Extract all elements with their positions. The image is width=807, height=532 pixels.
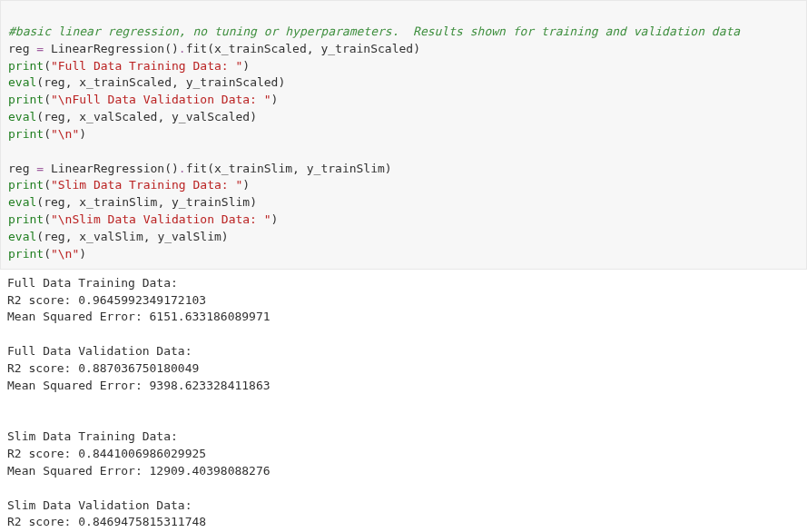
arg: x_trainSlim (79, 195, 157, 209)
comma: , (157, 110, 172, 123)
paren: ( (164, 42, 172, 55)
output-r2-label: R2 score: (7, 361, 78, 375)
output-mse-value: 12909.40398088276 (150, 464, 271, 478)
comma: , (65, 75, 80, 89)
output-mse-label: Mean Squared Error: (7, 379, 150, 392)
op-assign: = (29, 162, 50, 175)
builtin-eval: eval (8, 195, 36, 209)
method-fit: fit (186, 42, 207, 55)
arg: x_trainSlim (214, 162, 292, 175)
code-line: reg (8, 42, 29, 55)
paren: ( (207, 162, 214, 175)
builtin-print: print (8, 212, 44, 226)
arg: x_trainScaled (79, 75, 172, 89)
paren: ( (164, 162, 172, 175)
output-section-title: Full Data Training Data: (7, 276, 185, 290)
code-cell: #basic linear regression, no tuning or h… (0, 0, 807, 270)
paren: ( (44, 247, 51, 261)
output-r2-label: R2 score: (7, 447, 78, 460)
paren: ) (271, 93, 279, 106)
arg: reg (44, 230, 64, 243)
paren: ) (250, 110, 257, 123)
paren: ( (44, 59, 51, 73)
string-literal: "\n" (51, 247, 79, 261)
paren: ) (172, 42, 179, 55)
arg: y_valSlim (157, 230, 221, 243)
paren: ( (207, 42, 214, 55)
string-literal: "Slim Data Training Data: " (51, 178, 242, 192)
arg: y_trainSlim (172, 195, 250, 209)
arg: y_valScaled (172, 110, 250, 123)
output-r2-value: 0.8469475815311748 (78, 515, 206, 528)
comma: , (65, 110, 80, 123)
arg: y_trainScaled (320, 42, 413, 55)
paren: ) (242, 59, 250, 73)
paren: ) (278, 75, 285, 89)
arg: x_trainScaled (214, 42, 307, 55)
arg: y_trainSlim (307, 162, 385, 175)
output-r2-value: 0.9645992349172103 (78, 293, 206, 307)
paren: ( (44, 178, 51, 192)
comma: , (157, 195, 172, 209)
builtin-print: print (8, 127, 44, 141)
string-literal: "\nFull Data Validation Data: " (51, 93, 271, 106)
paren: ( (44, 127, 51, 141)
paren: ( (36, 75, 44, 89)
paren: ) (172, 162, 179, 175)
call-linear-regression: LinearRegression (51, 162, 164, 175)
comma: , (143, 230, 158, 243)
method-fit: fit (186, 162, 207, 175)
paren: ) (413, 42, 420, 55)
output-cell: Full Data Training Data: R2 score: 0.964… (0, 270, 807, 532)
output-r2-label: R2 score: (7, 293, 78, 307)
output-mse-label: Mean Squared Error: (7, 464, 150, 478)
output-section-title: Slim Data Validation Data: (7, 498, 199, 512)
arg: y_trainScaled (186, 75, 279, 89)
output-section-title: Slim Data Training Data: (7, 429, 185, 443)
arg: x_valScaled (79, 110, 157, 123)
builtin-print: print (8, 178, 44, 192)
builtin-eval: eval (8, 110, 36, 123)
arg: reg (44, 110, 64, 123)
comma: , (307, 42, 321, 55)
paren: ( (44, 93, 51, 106)
code-comment: #basic linear regression, no tuning or h… (8, 25, 740, 38)
dot: . (179, 42, 186, 55)
output-mse-value: 9398.623328411863 (150, 379, 271, 392)
builtin-print: print (8, 59, 44, 73)
paren: ) (242, 178, 250, 192)
paren: ( (36, 110, 44, 123)
paren: ( (36, 230, 44, 243)
arg: x_valSlim (79, 230, 143, 243)
builtin-eval: eval (8, 230, 36, 243)
paren: ( (36, 195, 44, 209)
comma: , (65, 195, 80, 209)
op-assign: = (29, 42, 50, 55)
string-literal: "Full Data Training Data: " (51, 59, 242, 73)
paren: ) (250, 195, 257, 209)
arg: reg (44, 75, 64, 89)
paren: ) (271, 212, 279, 226)
paren: ) (221, 230, 229, 243)
paren: ) (385, 162, 392, 175)
arg: reg (44, 195, 64, 209)
output-r2-label: R2 score: (7, 515, 78, 528)
string-literal: "\n" (51, 127, 79, 141)
paren: ) (79, 247, 86, 261)
comma: , (172, 75, 186, 89)
output-section-title: Full Data Validation Data: (7, 344, 199, 358)
builtin-print: print (8, 93, 44, 106)
output-r2-value: 0.8441006986029925 (78, 447, 206, 460)
output-mse-label: Mean Squared Error: (7, 310, 150, 323)
output-r2-value: 0.887036750180049 (78, 361, 199, 375)
output-mse-value: 6151.633186089971 (150, 310, 271, 323)
builtin-eval: eval (8, 75, 36, 89)
comma: , (65, 230, 80, 243)
call-linear-regression: LinearRegression (51, 42, 164, 55)
string-literal: "\nSlim Data Validation Data: " (51, 212, 271, 226)
paren: ) (79, 127, 86, 141)
builtin-print: print (8, 247, 44, 261)
code-line: reg (8, 162, 29, 175)
comma: , (292, 162, 307, 175)
dot: . (179, 162, 186, 175)
